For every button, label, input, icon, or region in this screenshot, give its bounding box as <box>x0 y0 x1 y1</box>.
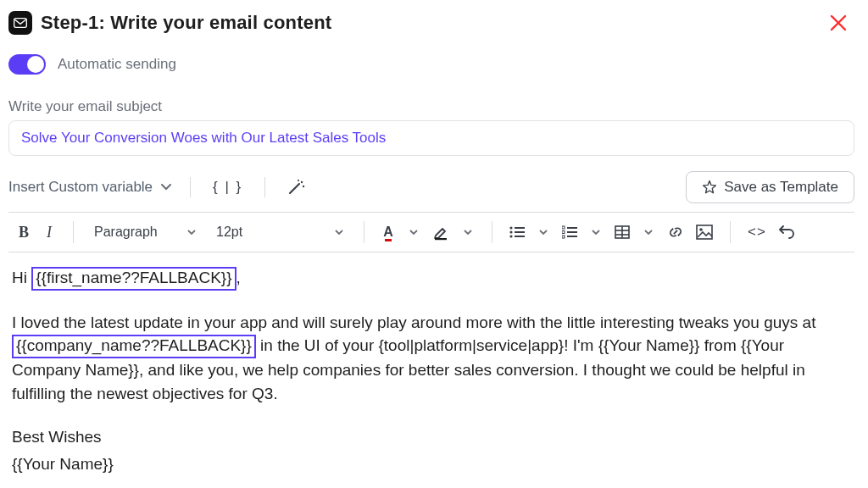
undo-icon <box>778 225 795 239</box>
link-button[interactable] <box>662 219 689 245</box>
automatic-sending-label: Automatic sending <box>58 56 176 73</box>
svg-rect-0 <box>14 19 27 28</box>
chevron-down-icon <box>539 230 548 236</box>
divider <box>492 221 492 243</box>
undo-button[interactable] <box>773 219 800 245</box>
svg-rect-10 <box>515 236 525 237</box>
chevron-down-icon <box>409 230 418 236</box>
svg-rect-21 <box>697 225 712 239</box>
toolbar-formatting: B I Paragraph 12pt A <box>8 212 854 252</box>
svg-rect-6 <box>515 227 525 229</box>
chevron-down-icon <box>592 230 600 236</box>
ai-magic-button[interactable] <box>281 175 313 199</box>
divider <box>73 221 74 243</box>
svg-rect-14 <box>562 226 565 229</box>
svg-rect-8 <box>515 231 525 233</box>
body-line-greeting: Hi {{first_name??FALLBACK}}, <box>12 266 851 291</box>
highlight-icon <box>432 224 449 241</box>
svg-point-1 <box>301 181 303 183</box>
image-icon <box>696 225 713 240</box>
chevron-down-icon <box>187 230 196 236</box>
page-title: Step-1: Write your email content <box>41 12 331 34</box>
svg-rect-11 <box>567 227 577 229</box>
variable-chip-company-name[interactable]: {{company_name??FALLBACK}} <box>12 335 256 358</box>
font-color-icon: A <box>383 225 393 240</box>
svg-point-3 <box>298 180 299 181</box>
svg-point-22 <box>699 228 703 231</box>
numbered-list-button[interactable] <box>557 219 582 245</box>
star-icon <box>702 180 717 195</box>
svg-rect-15 <box>562 231 565 234</box>
chevron-down-icon <box>335 230 343 236</box>
divider <box>730 221 731 243</box>
email-body-editor[interactable]: Hi {{first_name??FALLBACK}}, I loved the… <box>8 252 854 475</box>
header-row: Step-1: Write your email content <box>8 10 854 36</box>
table-icon <box>615 225 630 239</box>
table-menu[interactable] <box>637 219 660 245</box>
insert-custom-variable-label: Insert Custom variable <box>8 179 153 196</box>
table-button[interactable] <box>609 219 635 245</box>
toolbar-secondary: Insert Custom variable { | } Save as Tem… <box>8 171 854 203</box>
source-code-button[interactable]: <> <box>743 219 771 245</box>
bold-button[interactable]: B <box>12 219 36 245</box>
block-format-select[interactable]: Paragraph <box>86 219 204 245</box>
bullet-list-menu[interactable] <box>531 219 555 245</box>
insert-custom-variable-dropdown[interactable]: Insert Custom variable <box>8 174 175 201</box>
font-color-button[interactable]: A <box>376 219 400 245</box>
chevron-down-icon <box>464 230 472 236</box>
svg-point-5 <box>509 226 512 229</box>
link-icon <box>667 225 684 240</box>
font-size-select[interactable]: 12pt <box>208 219 352 245</box>
svg-point-2 <box>303 186 304 187</box>
divider <box>364 221 364 243</box>
svg-rect-12 <box>567 231 577 233</box>
svg-point-9 <box>509 235 512 237</box>
svg-point-7 <box>509 230 512 233</box>
divider <box>190 177 191 197</box>
svg-rect-4 <box>435 238 447 240</box>
chevron-down-icon <box>161 184 171 191</box>
bullet-list-icon <box>509 225 525 239</box>
spintax-button[interactable]: { | } <box>206 175 249 199</box>
image-button[interactable] <box>691 219 718 245</box>
svg-rect-13 <box>567 236 577 237</box>
body-signoff-2: {{Your Name}} <box>12 452 851 476</box>
close-icon <box>829 14 848 32</box>
body-signoff-1: Best Wishes <box>12 425 851 449</box>
subject-label: Write your email subject <box>8 98 854 115</box>
highlight-button[interactable] <box>427 219 454 245</box>
italic-button[interactable]: I <box>37 219 61 245</box>
divider <box>264 177 265 197</box>
bullet-list-button[interactable] <box>504 219 530 245</box>
subject-input[interactable] <box>8 120 854 156</box>
highlight-menu[interactable] <box>456 219 480 245</box>
close-button[interactable] <box>822 10 854 36</box>
magic-wand-icon <box>287 179 306 196</box>
numbered-list-icon <box>562 225 577 239</box>
chevron-down-icon <box>644 230 653 236</box>
font-color-menu[interactable] <box>402 219 426 245</box>
automatic-sending-toggle[interactable] <box>8 54 46 75</box>
save-as-template-button[interactable]: Save as Template <box>686 171 854 203</box>
body-paragraph: I loved the latest update in your app an… <box>12 311 851 405</box>
numbered-list-menu[interactable] <box>584 219 608 245</box>
svg-rect-16 <box>562 236 565 238</box>
variable-chip-first-name[interactable]: {{first_name??FALLBACK}} <box>31 267 236 291</box>
mail-icon <box>8 11 32 35</box>
